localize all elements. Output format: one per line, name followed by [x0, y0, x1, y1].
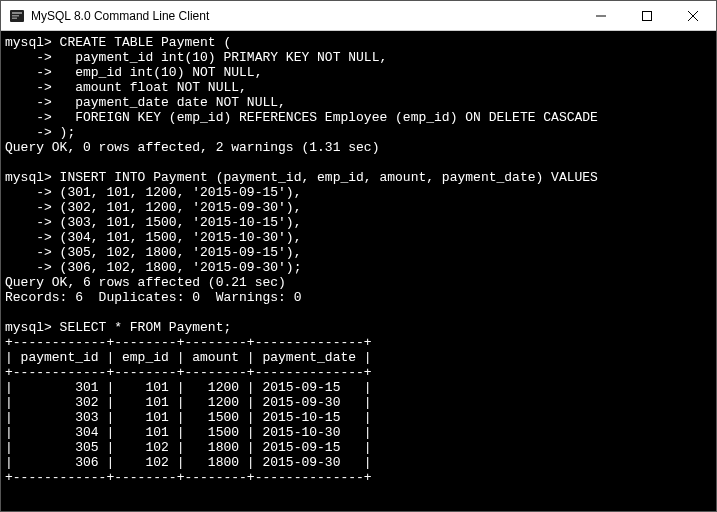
app-icon: [9, 8, 25, 24]
svg-rect-3: [12, 17, 17, 19]
svg-rect-5: [643, 11, 652, 20]
terminal-output[interactable]: mysql> CREATE TABLE Payment ( -> payment…: [1, 31, 716, 511]
svg-rect-1: [12, 12, 22, 14]
window-title: MySQL 8.0 Command Line Client: [31, 9, 209, 23]
close-button[interactable]: [670, 1, 716, 31]
maximize-button[interactable]: [624, 1, 670, 31]
titlebar: MySQL 8.0 Command Line Client: [1, 1, 716, 31]
minimize-button[interactable]: [578, 1, 624, 31]
svg-rect-2: [12, 15, 19, 17]
